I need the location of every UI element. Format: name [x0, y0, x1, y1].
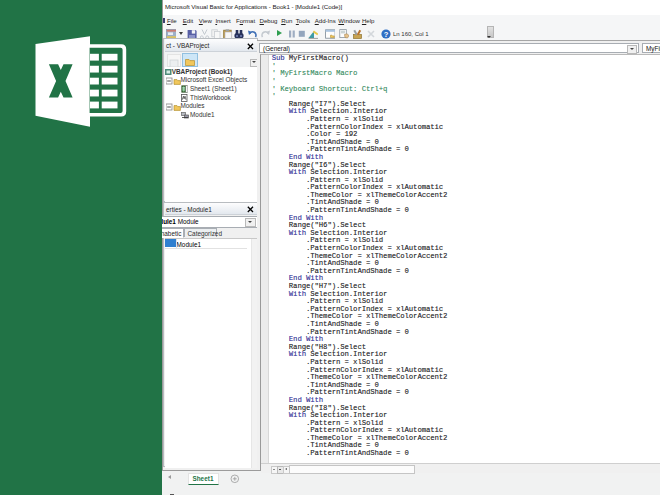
svg-text:?: ? — [383, 29, 388, 38]
